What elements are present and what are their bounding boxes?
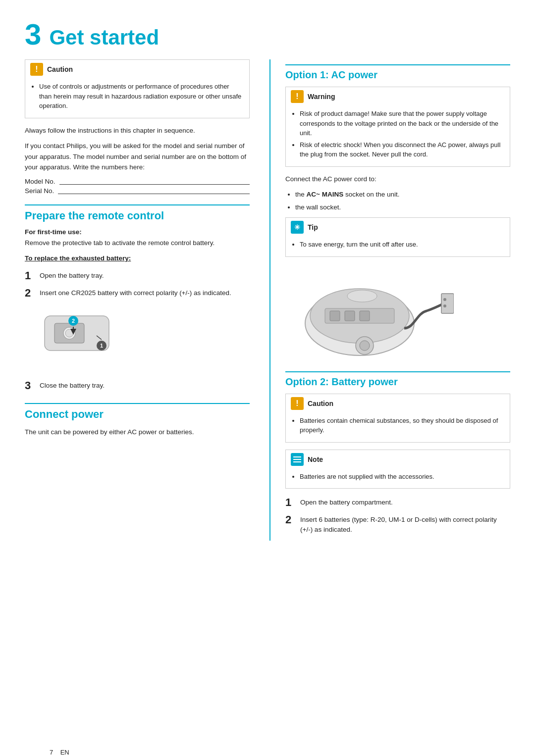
option2-step-2: 2 Insert 6 batteries (type: R-20, UM-1 o…: [285, 513, 510, 535]
ac-connect-item-2: the wall socket.: [295, 202, 510, 213]
connect-power-heading: Connect power: [25, 403, 250, 421]
option2-caution-body: Batteries contain chemical substances, s…: [286, 413, 510, 442]
model-field: Model No.: [25, 178, 250, 185]
option2-step-1-num: 1: [285, 496, 295, 510]
svg-point-21: [347, 290, 377, 302]
serial-line: [58, 187, 250, 194]
prepare-section-heading: Prepare the remote control: [25, 204, 250, 222]
caution-label: Caution: [47, 65, 73, 73]
intro-text-1: Always follow the instructions in this c…: [25, 125, 250, 136]
first-time-text: Remove the protective tab to activate th…: [25, 238, 250, 249]
step-3-text: Close the battery tray.: [40, 379, 105, 391]
step-1: 1 Open the battery tray.: [25, 269, 250, 283]
note-body: Batteries are not supplied with the acce…: [286, 469, 510, 489]
note-item-1: Batteries are not supplied with the acce…: [300, 472, 504, 482]
step-2: 2 Insert one CR2025 battery with correct…: [25, 286, 250, 301]
svg-rect-13: [330, 311, 340, 321]
note-box: Note Batteries are not supplied with the…: [285, 450, 510, 489]
caution-header: ! Caution: [25, 60, 249, 79]
option2-step-2-text: Insert 6 batteries (type: R-20, UM-1 or …: [300, 513, 510, 535]
note-list: Batteries are not supplied with the acce…: [292, 472, 504, 482]
prepare-steps: 1 Open the battery tray. 2 Insert one CR…: [25, 269, 250, 300]
note-header: Note: [286, 450, 510, 469]
right-column: Option 1: AC power ! Warning Risk of pro…: [269, 59, 510, 541]
caution-list: Use of controls or adjustments or perfor…: [31, 82, 243, 111]
tip-icon: ✳: [291, 221, 304, 234]
option2-caution-icon: !: [291, 397, 304, 410]
chapter-number: 3: [25, 20, 41, 50]
warning-header: ! Warning: [286, 87, 510, 106]
replace-heading: To replace the exhausted battery:: [25, 253, 250, 264]
serial-label: Serial No.: [25, 187, 54, 195]
warning-item-2: Risk of electric shock! When you disconn…: [300, 140, 504, 159]
option2-caution-label: Caution: [308, 400, 333, 407]
warning-list: Risk of product damage! Make sure that t…: [292, 109, 504, 159]
chapter-title: Get started: [49, 26, 159, 50]
tip-label: Tip: [308, 223, 318, 231]
warning-icon: !: [291, 90, 304, 103]
svg-rect-16: [441, 294, 454, 313]
step-2-text: Insert one CR2025 battery with correct p…: [40, 286, 231, 298]
tip-list: To save energy, turn the unit off after …: [292, 240, 504, 250]
option2-caution-item-1: Batteries contain chemical substances, s…: [300, 416, 504, 435]
ac-connect-item-1: the AC~ MAINS socket on the unit.: [295, 189, 510, 200]
connect-power-body: The unit can be powered by either AC pow…: [25, 427, 250, 438]
tip-header: ✳ Tip: [286, 218, 510, 237]
option2-heading: Option 2: Battery power: [285, 371, 510, 388]
left-column: ! Caution Use of controls or adjustments…: [25, 59, 250, 541]
note-label: Note: [308, 455, 323, 463]
tip-item-1: To save energy, turn the unit off after …: [300, 240, 504, 250]
svg-point-18: [443, 304, 446, 307]
caution-body: Use of controls or adjustments or perfor…: [25, 79, 249, 118]
svg-text:2: 2: [72, 318, 75, 324]
connect-ac-text: Connect the AC power cord to:: [285, 174, 510, 185]
first-time-heading: For first-time use:: [25, 228, 250, 236]
svg-rect-14: [345, 311, 355, 321]
step-3-num: 3: [25, 379, 35, 393]
model-label: Model No.: [25, 178, 55, 185]
svg-point-3: [65, 329, 73, 337]
caution-box: ! Caution Use of controls or adjustments…: [25, 59, 250, 118]
option2-step-2-num: 2: [285, 513, 295, 527]
ac-connect-list: the AC~ MAINS socket on the unit. the wa…: [285, 189, 510, 212]
tip-box: ✳ Tip To save energy, turn the unit off …: [285, 217, 510, 257]
page-number: 7 EN: [50, 749, 69, 756]
step-1-text: Open the battery tray.: [40, 269, 104, 281]
option2-step-1-text: Open the battery compartment.: [300, 496, 393, 507]
ac-illustration: [285, 264, 454, 364]
note-lines-icon: [291, 454, 303, 464]
chapter-heading: 3 Get started: [25, 20, 510, 50]
svg-rect-15: [360, 311, 370, 321]
option2-steps: 1 Open the battery compartment. 2 Insert…: [285, 496, 510, 535]
serial-field: Serial No.: [25, 187, 250, 195]
intro-text-2: If you contact Philips, you will be aske…: [25, 141, 250, 173]
tip-body: To save energy, turn the unit off after …: [286, 237, 510, 256]
note-icon: [291, 453, 304, 466]
remote-illustration: 2 1: [25, 306, 124, 372]
step-2-num: 2: [25, 286, 35, 301]
svg-point-20: [360, 341, 370, 351]
step-1-num: 1: [25, 269, 35, 283]
option2-caution-header: ! Caution: [286, 394, 510, 413]
option2-step-1: 1 Open the battery compartment.: [285, 496, 510, 510]
mains-text: AC~ MAINS: [307, 191, 344, 198]
svg-point-17: [443, 298, 446, 301]
option2-caution-box: ! Caution Batteries contain chemical sub…: [285, 394, 510, 443]
option1-heading: Option 1: AC power: [285, 64, 510, 81]
caution-icon: !: [30, 63, 43, 76]
warning-label: Warning: [308, 93, 335, 101]
warning-box: ! Warning Risk of product damage! Make s…: [285, 87, 510, 167]
model-line: [59, 178, 250, 185]
warning-item-1: Risk of product damage! Make sure that t…: [300, 109, 504, 138]
caution-item-1: Use of controls or adjustments or perfor…: [39, 82, 243, 111]
warning-body: Risk of product damage! Make sure that t…: [286, 106, 510, 166]
step-3: 3 Close the battery tray.: [25, 379, 250, 393]
option2-caution-list: Batteries contain chemical substances, s…: [292, 416, 504, 435]
svg-text:1: 1: [100, 343, 103, 349]
